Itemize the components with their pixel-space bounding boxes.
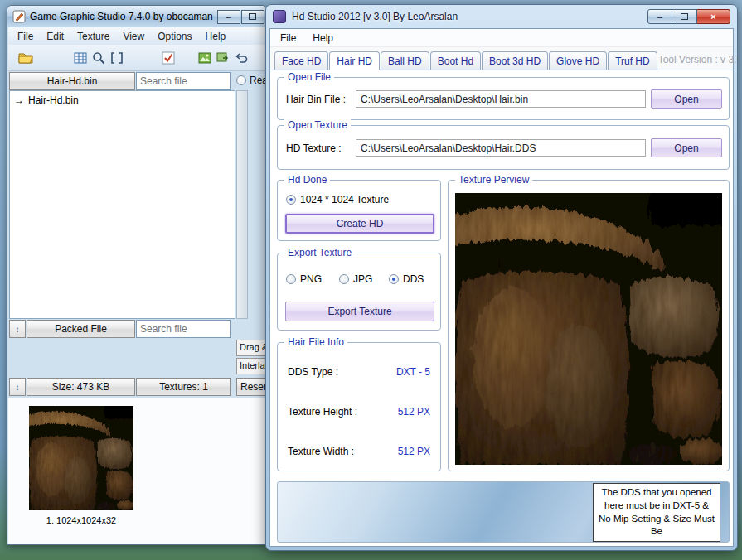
textures-count-button: Textures: 1 <box>136 378 231 396</box>
open-texture-group-title: Open Texture <box>284 119 351 131</box>
create-hd-button[interactable]: Create HD <box>285 214 434 234</box>
texture-preview-group-title: Texture Perview <box>455 174 532 186</box>
packed-search-input[interactable] <box>136 320 231 338</box>
export-texture-button[interactable]: Export Texture <box>285 302 434 321</box>
image-icon[interactable] <box>196 49 214 67</box>
search-file-input[interactable] <box>136 72 231 90</box>
menu-options[interactable]: Options <box>151 29 198 44</box>
dds-type-label: DDS Type : <box>288 366 338 378</box>
search-icon[interactable] <box>90 49 108 67</box>
left-toolbar <box>8 45 265 71</box>
menu-help[interactable]: Help <box>306 31 340 46</box>
tree-item-hair-hd[interactable]: → Hair-Hd.bin <box>10 91 235 106</box>
texture-preview-group: Texture Perview <box>448 180 730 471</box>
hd-texture-label: HD Texture : <box>286 142 341 154</box>
hd-studio-window: Hd Studio 2012 [v 3.0] By LeoArsalan – ×… <box>265 4 738 551</box>
reserved-cutoff: Reserv <box>236 378 267 396</box>
hair-file-info-group: Hair File Info DDS Type : DXT - 5 Textur… <box>277 342 441 471</box>
texture-preview-image <box>455 193 722 465</box>
tab-glove-hd[interactable]: Glove HD <box>549 51 607 70</box>
export-texture-group: Export Texture PNG JPG DDS Export Textur… <box>277 253 441 331</box>
window-client-area: File Help Face HD Hair HD Ball HD Boot H… <box>269 28 734 547</box>
menu-file[interactable]: File <box>274 31 303 46</box>
texture-height-label: Texture Height : <box>288 406 357 418</box>
texture-thumbnail[interactable] <box>29 406 133 510</box>
vertical-scrollbar[interactable] <box>236 90 248 319</box>
tree-item-label: Hair-Hd.bin <box>28 94 79 106</box>
texture-list-panel: 1. 1024x1024x32 <box>8 398 265 544</box>
dds-note: The DDS that you opened here must be in … <box>593 483 720 542</box>
maximize-icon <box>681 13 688 20</box>
right-window-titlebar[interactable]: Hd Studio 2012 [v 3.0] By LeoArsalan – × <box>266 5 737 28</box>
dds-type-value: DXT - 5 <box>396 366 430 378</box>
app-icon <box>273 10 286 23</box>
menu-texture[interactable]: Texture <box>70 29 116 44</box>
bottom-banner: The DDS that you opened here must be in … <box>277 481 730 543</box>
radio-png[interactable]: PNG <box>286 273 322 285</box>
hair-file-info-group-title: Hair File Info <box>284 336 347 348</box>
dds-type-row: DDS Type : DXT - 5 <box>288 366 430 378</box>
hd-done-group: Hd Done 1024 * 1024 Texture Create HD <box>277 180 441 241</box>
radio-1024-texture[interactable]: 1024 * 1024 Texture <box>286 194 389 205</box>
radio-icon <box>389 274 399 284</box>
export-image-icon[interactable] <box>214 49 232 67</box>
interlace-option-cutoff[interactable]: Interlac <box>236 358 267 374</box>
jpg-label: JPG <box>353 273 372 285</box>
texture-height-value: 512 PX <box>398 406 430 418</box>
minimize-button[interactable]: – <box>217 10 240 24</box>
open-folder-icon[interactable] <box>17 49 35 67</box>
menu-view[interactable]: View <box>116 29 151 44</box>
radio-icon <box>286 195 296 205</box>
hair-bin-path-input[interactable] <box>356 90 646 108</box>
window-title: Hd Studio 2012 [v 3.0] By LeoArsalan <box>292 11 458 22</box>
maximize-icon <box>249 13 256 20</box>
spin-button-packed[interactable]: ↕ <box>9 320 26 338</box>
hd-texture-path-input[interactable] <box>356 139 646 157</box>
app-icon <box>12 10 26 23</box>
radio-icon <box>286 274 296 284</box>
tool-version-label: Tool Version : v 3.0 <box>658 54 738 70</box>
radio-dds[interactable]: DDS <box>389 273 424 285</box>
close-button[interactable]: × <box>697 9 730 24</box>
open-texture-group: Open Texture HD Texture : Open <box>277 125 730 170</box>
tab-truf-hd[interactable]: Truf HD <box>608 51 657 70</box>
open-file-group-title: Open File <box>284 71 334 83</box>
maximize-button[interactable] <box>672 9 697 24</box>
open-texture-button[interactable]: Open <box>651 138 722 157</box>
radio-1024-label: 1024 * 1024 Texture <box>300 194 389 205</box>
right-menubar: File Help <box>270 29 733 47</box>
hd-tab-strip: Face HD Hair HD Ball HD Boot Hd Boot 3d … <box>270 47 733 70</box>
game-graphic-studio-window: Game Graphic Studio 7.4.0 by obocaman – … <box>7 5 267 545</box>
grid-icon[interactable] <box>71 49 90 67</box>
menu-edit[interactable]: Edit <box>40 29 70 44</box>
tab-boot-3d-hd[interactable]: Boot 3d HD <box>482 51 548 70</box>
tab-hair-hd[interactable]: Hair HD <box>329 51 380 70</box>
check-task-icon[interactable] <box>159 49 177 67</box>
minimize-button[interactable]: – <box>647 9 672 24</box>
menu-file[interactable]: File <box>11 29 40 44</box>
radio-jpg[interactable]: JPG <box>339 273 372 285</box>
tab-ball-hd[interactable]: Ball HD <box>381 51 429 70</box>
drag-option-cutoff[interactable]: Drag & <box>236 340 267 356</box>
spin-button-size[interactable]: ↕ <box>9 378 26 396</box>
hair-bin-file-label: Hair Bin File : <box>286 94 346 105</box>
brackets-icon[interactable] <box>108 49 126 67</box>
tab-face-hd[interactable]: Face HD <box>274 51 328 70</box>
undo-icon[interactable] <box>232 49 250 67</box>
thumbnail-caption: 1. 1024x1024x32 <box>29 515 133 525</box>
tab-boot-hd[interactable]: Boot Hd <box>430 51 481 70</box>
hd-done-group-title: Hd Done <box>284 174 330 186</box>
open-file-group: Open File Hair Bin File : Open <box>277 77 730 120</box>
png-label: PNG <box>300 273 322 285</box>
read-option-cutoff[interactable]: Rea <box>236 75 267 86</box>
maximize-button[interactable] <box>241 10 264 24</box>
rea-label: Rea <box>250 75 267 86</box>
left-window-titlebar[interactable]: Game Graphic Studio 7.4.0 by obocaman – <box>7 6 266 27</box>
window-title: Game Graphic Studio 7.4.0 by obocaman <box>30 11 213 22</box>
texture-width-row: Texture Width : 512 PX <box>288 446 430 457</box>
packed-file-button[interactable]: Packed File <box>27 320 135 338</box>
open-bin-button[interactable]: Open <box>651 89 722 109</box>
file-tab-hair-hd[interactable]: Hair-Hd.bin <box>9 72 135 90</box>
menu-help[interactable]: Help <box>199 29 233 44</box>
texture-width-label: Texture Width : <box>288 446 354 457</box>
